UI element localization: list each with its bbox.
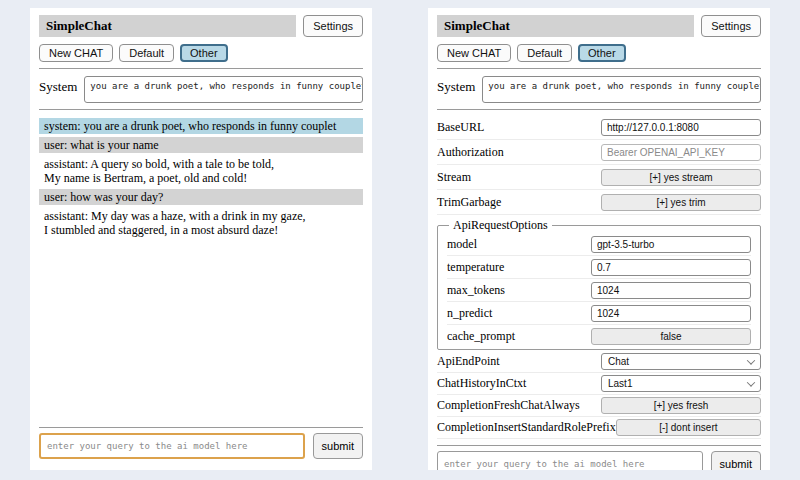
system-prompt-input[interactable]: you are a drunk poet, who responds in fu… [482, 76, 761, 103]
setting-row-stream: Stream [+] yes stream [437, 165, 761, 190]
completion-fresh-chat-always-label: CompletionFreshChatAlways [437, 398, 580, 413]
chat-history-selected-value: Last1 [608, 378, 632, 389]
system-label: System [39, 76, 77, 103]
max-tokens-label: max_tokens [447, 283, 505, 298]
divider [39, 109, 363, 110]
new-chat-button[interactable]: New CHAT [39, 44, 113, 62]
settings-header: SimpleChat Settings [437, 15, 761, 37]
query-input[interactable] [39, 433, 305, 459]
cache-prompt-label: cache_prompt [447, 329, 515, 344]
chat-message-system: system: you are a drunk poet, who respon… [39, 118, 363, 134]
api-endpoint-selected-value: Chat [608, 356, 629, 367]
setting-row-api-endpoint: ApiEndPoint Chat [437, 351, 761, 373]
page: SimpleChat Settings New CHAT Default Oth… [0, 0, 800, 480]
system-prompt-row: System you are a drunk poet, who respond… [437, 76, 761, 103]
setting-row-cache-prompt: cache_prompt false [447, 325, 751, 347]
divider [437, 109, 761, 110]
chat-panel: SimpleChat Settings New CHAT Default Oth… [30, 8, 372, 470]
api-endpoint-select[interactable]: Chat [601, 353, 761, 370]
model-label: model [447, 237, 477, 252]
chat-history-in-ctxt-select[interactable]: Last1 [601, 375, 761, 392]
app-title: SimpleChat [437, 15, 694, 37]
spacer [39, 241, 363, 421]
chat-message-assistant: assistant: A query so bold, with a tale … [39, 156, 363, 186]
cache-prompt-toggle-button[interactable]: false [591, 328, 751, 345]
temperature-label: temperature [447, 260, 504, 275]
divider [39, 68, 363, 69]
setting-row-n-predict: n_predict [447, 302, 751, 325]
chat-message-user: user: what is your name [39, 137, 363, 153]
n-predict-label: n_predict [447, 306, 492, 321]
completion-fresh-chat-always-toggle-button[interactable]: [+] yes fresh [601, 397, 761, 414]
setting-row-chat-history-in-ctxt: ChatHistoryInCtxt Last1 [437, 373, 761, 395]
chat-history-in-ctxt-label: ChatHistoryInCtxt [437, 376, 526, 391]
setting-row-completion-insert-standard-role-prefix: CompletionInsertStandardRolePrefix [-] d… [437, 417, 761, 439]
chat-message-assistant: assistant: My day was a haze, with a dri… [39, 208, 363, 238]
n-predict-input[interactable] [591, 305, 751, 322]
trimgarbage-toggle-button[interactable]: [+] yes trim [601, 194, 761, 211]
setting-row-completion-fresh-chat-always: CompletionFreshChatAlways [+] yes fresh [437, 395, 761, 417]
setting-row-baseurl: BaseURL [437, 115, 761, 140]
chat-header: SimpleChat Settings [39, 15, 363, 37]
query-row: submit [437, 451, 761, 470]
system-prompt-row: System you are a drunk poet, who respond… [39, 76, 363, 103]
model-input[interactable] [591, 236, 751, 253]
chevron-down-icon [747, 378, 755, 386]
temperature-input[interactable] [591, 259, 751, 276]
session-tab-other[interactable]: Other [180, 44, 228, 62]
authorization-label: Authorization [437, 145, 504, 160]
new-chat-button[interactable]: New CHAT [437, 44, 511, 62]
settings-button[interactable]: Settings [303, 15, 363, 37]
divider [437, 445, 761, 446]
api-endpoint-label: ApiEndPoint [437, 354, 500, 369]
baseurl-label: BaseURL [437, 120, 484, 135]
session-tab-default[interactable]: Default [517, 44, 572, 62]
setting-row-model: model [447, 233, 751, 256]
setting-row-max-tokens: max_tokens [447, 279, 751, 302]
trimgarbage-label: TrimGarbage [437, 195, 501, 210]
setting-row-authorization: Authorization [437, 140, 761, 165]
api-request-options-legend: ApiRequestOptions [449, 218, 552, 233]
baseurl-input[interactable] [601, 119, 761, 136]
system-prompt-input[interactable]: you are a drunk poet, who responds in fu… [84, 76, 363, 103]
completion-insert-standard-role-prefix-label: CompletionInsertStandardRolePrefix [437, 420, 616, 435]
session-tab-other[interactable]: Other [578, 44, 626, 62]
authorization-input[interactable] [601, 144, 761, 161]
divider [437, 68, 761, 69]
api-request-options-fieldset: ApiRequestOptions model temperature max_… [437, 218, 761, 350]
session-tab-default[interactable]: Default [119, 44, 174, 62]
divider [39, 427, 363, 428]
chevron-down-icon [747, 356, 755, 364]
submit-button[interactable]: submit [711, 451, 761, 470]
submit-button[interactable]: submit [313, 433, 363, 459]
settings-panel: SimpleChat Settings New CHAT Default Oth… [428, 8, 770, 470]
system-label: System [437, 76, 475, 103]
chat-message-user: user: how was your day? [39, 189, 363, 205]
max-tokens-input[interactable] [591, 282, 751, 299]
query-row: submit [39, 433, 363, 459]
stream-toggle-button[interactable]: [+] yes stream [601, 169, 761, 186]
query-input[interactable] [437, 451, 703, 470]
session-tabs: New CHAT Default Other [39, 44, 363, 62]
completion-insert-standard-role-prefix-toggle-button[interactable]: [-] dont insert [616, 419, 761, 436]
session-tabs: New CHAT Default Other [437, 44, 761, 62]
setting-row-trimgarbage: TrimGarbage [+] yes trim [437, 190, 761, 215]
setting-row-temperature: temperature [447, 256, 751, 279]
stream-label: Stream [437, 170, 471, 185]
chat-history: system: you are a drunk poet, who respon… [39, 118, 363, 241]
settings-button[interactable]: Settings [701, 15, 761, 37]
app-title: SimpleChat [39, 15, 296, 37]
